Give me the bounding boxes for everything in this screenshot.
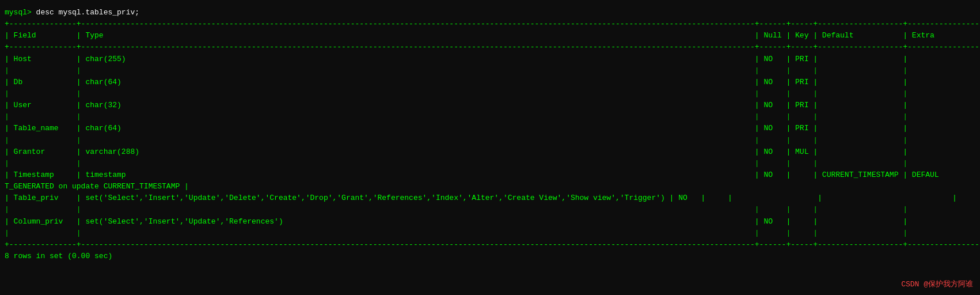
separator-header: +---------------+-----------------------… [5,41,975,53]
row-db: | Db | char(64) | NO | PRI | [5,77,975,88]
separator-bottom: +---------------+-----------------------… [5,239,975,251]
row-db-sub: | | | | | [5,88,975,100]
prompt: mysql> [5,8,36,17]
header-row: | Field | Type | Null | Key | Default [5,30,975,41]
terminal-window: mysql> desc mysql.tables_priv; +--------… [0,5,980,264]
separator-top: +---------------+-----------------------… [5,18,975,30]
prompt-line: mysql> desc mysql.tables_priv; [5,7,975,18]
row-columnpriv-sub: | | | | | [5,228,975,239]
row-host: | Host | char(255) | NO | PRI | [5,54,975,65]
row-grantor: | Grantor | varchar(288) | NO | MUL | [5,146,975,158]
row-tablename-sub: | | | | | [5,135,975,146]
row-user-sub: | | | | | [5,111,975,123]
row-timestamp: | Timestamp | timestamp | NO | | CURRENT… [5,169,975,181]
row-columnpriv: | Column_priv | set('Select','Insert','U… [5,216,975,228]
row-timestamp-extra: T_GENERATED on update CURRENT_TIMESTAMP … [5,181,975,192]
row-grantor-sub: | | | | | [5,158,975,169]
row-tablepriv-sub: | | | | | [5,204,975,215]
row-host-sub: | | | | | [5,65,975,77]
row-tablename: | Table_name | char(64) | NO | PRI | [5,123,975,134]
command: desc mysql.tables_priv; [36,8,139,17]
row-tablepriv: | Table_priv | set('Select','Insert','Up… [5,192,975,204]
row-user: | User | char(32) | NO | PRI | [5,100,975,111]
brand-label: CSDN @保护我方阿谁 [901,279,973,289]
footer-line: 8 rows in set (0.00 sec) [5,251,975,262]
